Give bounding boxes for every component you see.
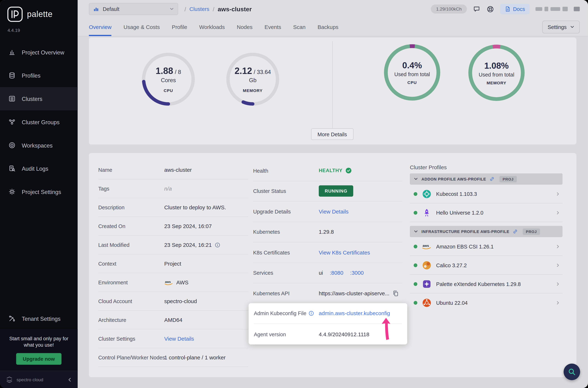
profile-item-palette-extended-kubernetes[interactable]: Palette eXtended Kubernetes 1.29.8 xyxy=(410,275,562,293)
infrastructure-profile-header[interactable]: INFRASTRUCTURE PROFILE AWS-PROFILE PROJ xyxy=(410,226,562,237)
memory-used: 2.12 xyxy=(234,66,252,76)
svg-text:aws: aws xyxy=(165,280,171,283)
detail-row-health: Health HEALTHY xyxy=(253,161,402,181)
tab-events[interactable]: Events xyxy=(265,18,281,36)
project-selector[interactable]: Default xyxy=(89,3,178,15)
detail-row-name: Name aws-cluster xyxy=(98,161,248,179)
project-chart-icon xyxy=(93,6,99,12)
sidebar-item-profiles[interactable]: Profiles xyxy=(0,64,78,87)
chat-icon[interactable] xyxy=(473,5,480,13)
chevron-down-icon xyxy=(414,177,418,181)
cpu-gauge-label: CPU xyxy=(164,88,173,93)
status-dot xyxy=(414,301,417,305)
tab-overview[interactable]: Overview xyxy=(89,18,112,36)
redacted-user-info xyxy=(536,7,568,11)
chevron-right-icon xyxy=(556,210,560,215)
help-lifering-icon[interactable] xyxy=(486,5,494,13)
proj-scope-badge: PROJ xyxy=(523,228,540,235)
sidebar-bottom: Tenant Settings xyxy=(0,307,78,330)
view-k8s-certificates-link[interactable]: View K8s Certificates xyxy=(319,249,370,255)
info-icon[interactable] xyxy=(309,311,314,316)
tab-scan[interactable]: Scan xyxy=(293,18,305,36)
copy-icon[interactable] xyxy=(392,290,399,296)
tab-backups[interactable]: Backups xyxy=(317,18,339,36)
cluster-settings-view-details-link[interactable]: View Details xyxy=(164,336,194,342)
memory-usage-donut: 1.08% Used from total MEMORY xyxy=(467,44,526,102)
detail-row-cloud-account: Cloud Account spectro-cloud xyxy=(98,292,248,311)
brand: palette xyxy=(0,0,78,23)
docs-label: Docs xyxy=(513,6,525,12)
document-icon xyxy=(505,6,510,12)
cpu-used: 1.88 xyxy=(156,66,173,76)
admin-kubeconfig-link[interactable]: admin.aws-cluster.kubeconfig xyxy=(319,310,390,316)
collapse-sidebar-icon[interactable] xyxy=(67,377,72,382)
sidebar-item-project-settings[interactable]: Project Settings xyxy=(0,180,78,203)
aws-icon: aws xyxy=(422,243,432,250)
page-title: aws-cluster xyxy=(218,5,252,13)
upgrade-now-button[interactable]: Upgrade now xyxy=(16,353,62,365)
detail-row-description: Description Cluster to deploy to AWS. xyxy=(98,198,248,217)
palette-k8s-icon xyxy=(422,279,432,289)
metrics-card: 1.88 / 8 Cores CPU 2.12 / 33.64 xyxy=(89,38,576,145)
sidebar-item-label: Audit Logs xyxy=(22,165,48,171)
tutorial-arrow xyxy=(381,317,392,341)
more-details-button[interactable]: More Details xyxy=(311,128,353,140)
chevron-down-icon xyxy=(570,25,575,29)
info-icon[interactable] xyxy=(215,242,220,247)
status-dot xyxy=(414,282,417,286)
detail-row-last-modified: Last Modified 23 Sep 2024, 16:21 xyxy=(98,236,248,254)
breadcrumb-clusters-link[interactable]: Clusters xyxy=(189,6,209,12)
profile-item-hello-universe[interactable]: Hello Universe 1.2.0 xyxy=(410,203,562,222)
settings-label: Settings xyxy=(548,24,566,30)
cluster-profiles-title: Cluster Profiles xyxy=(410,164,447,170)
sidebar-item-project-overview[interactable]: Project Overview xyxy=(0,40,78,64)
search-fab-button[interactable] xyxy=(564,364,580,380)
memory-unit: Gb xyxy=(249,77,256,83)
settings-dropdown-button[interactable]: Settings xyxy=(542,21,580,33)
memory-gauge: 2.12 / 33.64 Gb MEMORY xyxy=(224,51,281,108)
detail-row-nodes: Control Plane/Worker Nodes 1 control-pla… xyxy=(98,348,248,367)
sidebar-item-cluster-groups[interactable]: Cluster Groups xyxy=(0,110,78,134)
detail-row-admin-kubeconfig: Admin Kubeconfig File admin.aws-cluster.… xyxy=(254,303,402,324)
aws-icon: aws xyxy=(164,279,173,286)
tab-profile[interactable]: Profile xyxy=(172,18,187,36)
tab-nodes[interactable]: Nodes xyxy=(237,18,252,36)
profile-item-ubuntu[interactable]: Ubuntu 22.04 xyxy=(410,293,562,312)
profile-item-amazon-ebs-csi[interactable]: aws Amazon EBS CSI 1.26.1 xyxy=(410,237,562,256)
detail-row-kubernetes-api: Kubernetes API https://aws-cluster-apise… xyxy=(253,283,402,304)
detail-row-environment: Environment aws AWS xyxy=(98,273,248,292)
layers-stack-icon xyxy=(8,72,16,79)
tab-usage-costs[interactable]: Usage & Costs xyxy=(124,18,160,36)
tabs: Overview Usage & Costs Profile Workloads… xyxy=(89,18,339,36)
spectro-cloud-logo-icon xyxy=(5,375,13,384)
upgrade-view-details-link[interactable]: View Details xyxy=(319,209,349,215)
sidebar-item-clusters[interactable]: Clusters xyxy=(0,87,78,110)
promo-text: Start small and only pay for what you us… xyxy=(4,336,73,349)
topbar: Default / Clusters / aws-cluster 1.29/10… xyxy=(78,0,588,18)
sidebar-item-audit-logs[interactable]: Audit Logs xyxy=(0,157,78,180)
chevron-right-icon xyxy=(556,244,560,249)
upgrade-promo: Start small and only pay for what you us… xyxy=(0,329,78,371)
docs-button[interactable]: Docs xyxy=(500,4,529,14)
sidebar-item-workspaces[interactable]: Workspaces xyxy=(0,134,78,157)
addon-profile-header[interactable]: ADDON PROFILE AWS-PROFILE PROJ xyxy=(410,173,562,185)
network-nodes-icon xyxy=(8,118,16,126)
chevron-right-icon xyxy=(556,282,560,286)
tab-workloads[interactable]: Workloads xyxy=(199,18,225,36)
target-icon xyxy=(8,142,16,149)
memory-total: / 33.64 xyxy=(254,69,271,75)
spectro-cloud-label: spectro cloud xyxy=(17,377,43,382)
bar-chart-icon xyxy=(8,48,16,56)
profile-item-calico[interactable]: Calico 3.27.2 xyxy=(410,256,562,275)
project-selector-value: Default xyxy=(103,6,166,12)
cpu-usage-donut: 0.4% Used from total CPU xyxy=(383,43,441,102)
redacted-avatar xyxy=(574,7,580,11)
svg-text:aws: aws xyxy=(423,243,429,247)
usage-quota-pill: 1.29/100kCh xyxy=(431,4,467,13)
profile-item-kubecost[interactable]: Kubecost 1.103.3 xyxy=(410,185,562,203)
service-port-3000-link[interactable]: :3000 xyxy=(350,270,364,276)
health-status: HEALTHY xyxy=(319,168,342,173)
detail-row-kubernetes: Kubernetes 1.29.8 xyxy=(253,222,402,242)
sidebar-item-tenant-settings[interactable]: Tenant Settings xyxy=(0,307,78,330)
service-port-8080-link[interactable]: :8080 xyxy=(330,270,343,276)
